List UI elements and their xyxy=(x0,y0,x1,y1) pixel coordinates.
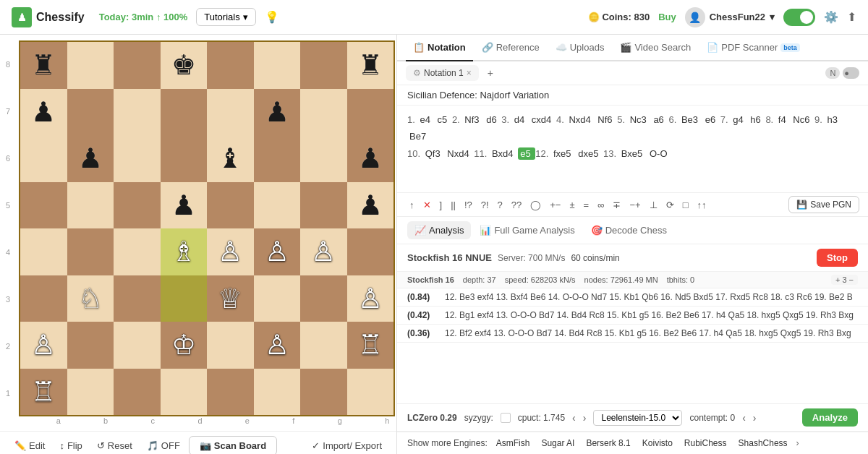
sound-button[interactable]: 🎵 OFF xyxy=(141,437,186,454)
ann-arrows-button[interactable]: ↑↑ xyxy=(694,197,710,213)
move-e4[interactable]: e4 xyxy=(417,113,435,126)
square-d2[interactable]: ♔ xyxy=(161,322,208,369)
more-chevron-icon[interactable]: › xyxy=(796,438,799,448)
square-f4[interactable]: ♙ xyxy=(254,228,301,275)
stop-button[interactable]: Stop xyxy=(817,249,858,267)
square-e8[interactable] xyxy=(207,42,254,89)
collapse-icon[interactable]: ⬆ xyxy=(847,10,856,24)
ann-blunder-button[interactable]: ?? xyxy=(508,197,525,213)
tutorials-button[interactable]: Tutorials ▾ xyxy=(196,8,255,26)
engine-chip-shashchess[interactable]: ShashChess xyxy=(736,437,791,450)
decode-chess-tab[interactable]: 🎯 Decode Chess xyxy=(584,221,674,239)
square-c4[interactable] xyxy=(114,228,161,275)
ann-winning-button[interactable]: +− xyxy=(546,197,564,213)
square-c8[interactable] xyxy=(114,42,161,89)
engine-select[interactable]: Leelenstein-15.0 xyxy=(593,410,682,426)
engine-chip-sugar[interactable]: Sugar AI xyxy=(538,437,577,450)
square-b8[interactable] xyxy=(67,42,114,89)
square-e5[interactable] xyxy=(207,182,254,229)
ann-losing-button[interactable]: −+ xyxy=(626,197,644,213)
square-a6[interactable] xyxy=(20,135,67,182)
toggle-switch-small[interactable]: ● xyxy=(843,67,859,79)
square-a1[interactable]: ♖ xyxy=(20,369,67,416)
square-a7[interactable]: ♟ xyxy=(20,89,67,136)
contempt-prev-icon[interactable]: ‹ xyxy=(742,412,746,424)
square-d7[interactable] xyxy=(161,89,208,136)
square-a4[interactable] xyxy=(20,228,67,275)
engine-chip-rubichess[interactable]: RubiChess xyxy=(681,437,730,450)
current-move[interactable]: e5 xyxy=(518,147,535,160)
nav-next-icon[interactable]: › xyxy=(583,412,587,424)
analysis-tab[interactable]: 📈 Analysis xyxy=(407,221,471,239)
full-game-tab[interactable]: 📊 Full Game Analysis xyxy=(472,221,582,239)
ann-more-buttons[interactable]: ⊥ xyxy=(646,197,661,213)
square-f1[interactable] xyxy=(254,369,301,416)
square-e4[interactable]: ♙ xyxy=(207,228,254,275)
square-g5[interactable] xyxy=(300,182,347,229)
ann-unclear-button[interactable]: ∞ xyxy=(594,197,608,213)
square-g4[interactable]: ♙ xyxy=(300,228,347,275)
ann-repeat-button[interactable]: ⟳ xyxy=(663,197,678,213)
tab-reference[interactable]: 🔗 Reference xyxy=(475,35,547,61)
square-g2[interactable] xyxy=(300,322,347,369)
chess-board[interactable]: ♜ ♚ ♜ ♟ ♟ ♟ xyxy=(19,40,395,416)
ann-slight-adv-button[interactable]: ± xyxy=(566,197,578,213)
square-f7[interactable]: ♟ xyxy=(254,89,301,136)
square-f2[interactable]: ♙ xyxy=(254,322,301,369)
tab-uploads[interactable]: ☁️ Uploads xyxy=(548,35,612,61)
square-g1[interactable] xyxy=(300,369,347,416)
settings-icon[interactable]: ⚙ xyxy=(413,68,421,78)
square-h7[interactable] xyxy=(347,89,394,136)
square-c3[interactable] xyxy=(114,275,161,322)
ann-box-button[interactable]: □ xyxy=(679,197,692,213)
square-a8[interactable]: ♜ xyxy=(20,42,67,89)
square-d6[interactable] xyxy=(161,135,208,182)
engine-line-3[interactable]: (0.36) 12. Bf2 exf4 13. O-O-O Bd7 14. Bd… xyxy=(397,325,868,343)
square-b6[interactable]: ♟ xyxy=(67,135,114,182)
square-b3[interactable]: ♘ xyxy=(67,275,114,322)
square-h5[interactable]: ♟ xyxy=(347,182,394,229)
square-g7[interactable] xyxy=(300,89,347,136)
tab-video-search[interactable]: 🎬 Video Search xyxy=(613,35,698,61)
square-f5[interactable] xyxy=(254,182,301,229)
square-d3[interactable] xyxy=(161,275,208,322)
syzygy-checkbox[interactable] xyxy=(501,413,511,423)
contempt-next-icon[interactable]: › xyxy=(753,412,757,424)
import-export-button[interactable]: ✓ Import/ Export xyxy=(306,437,388,454)
square-b2[interactable] xyxy=(67,322,114,369)
engine-chip-koivisto[interactable]: Koivisto xyxy=(639,437,676,450)
ann-circle-button[interactable]: ◯ xyxy=(527,197,545,213)
square-f8[interactable] xyxy=(254,42,301,89)
square-h2[interactable]: ♖ xyxy=(347,322,394,369)
square-d4[interactable]: ♗ xyxy=(161,228,208,275)
square-h4[interactable] xyxy=(347,228,394,275)
engine-chip-berserk[interactable]: Berserk 8.1 xyxy=(583,437,633,450)
ann-bad-button[interactable]: ? xyxy=(494,197,506,213)
square-c5[interactable] xyxy=(114,182,161,229)
square-c1[interactable] xyxy=(114,369,161,416)
save-pgn-button[interactable]: 💾 Save PGN xyxy=(788,196,859,213)
engine-line-1[interactable]: (0.84) 12. Be3 exf4 13. Bxf4 Be6 14. O-O… xyxy=(397,288,868,307)
move-d6[interactable]: d6 xyxy=(484,113,501,126)
square-g6[interactable] xyxy=(300,135,347,182)
square-c2[interactable] xyxy=(114,322,161,369)
move-nf3[interactable]: Nf3 xyxy=(462,113,484,126)
square-b5[interactable] xyxy=(67,182,114,229)
ann-bracket-button[interactable]: ] xyxy=(436,197,446,213)
square-e2[interactable] xyxy=(207,322,254,369)
ann-pipe-button[interactable]: || xyxy=(447,197,459,213)
edit-button[interactable]: ✏️ Edit xyxy=(9,437,51,454)
square-h1[interactable] xyxy=(347,369,394,416)
square-f6[interactable] xyxy=(254,135,301,182)
square-a3[interactable] xyxy=(20,275,67,322)
square-h6[interactable]: ♟ xyxy=(347,135,394,182)
flip-button[interactable]: ↕️ Flip xyxy=(54,437,88,454)
ann-slight-disadv-button[interactable]: ∓ xyxy=(609,197,624,213)
square-e3[interactable]: ♕ xyxy=(207,275,254,322)
tab-notation[interactable]: 📋 Notation xyxy=(406,35,473,61)
buy-button[interactable]: Buy xyxy=(658,12,676,22)
square-e7[interactable] xyxy=(207,89,254,136)
square-b1[interactable] xyxy=(67,369,114,416)
tab-pdf-scanner[interactable]: 📄 PDF Scanner beta xyxy=(699,35,807,61)
gear-icon[interactable]: ⚙️ xyxy=(824,10,838,24)
